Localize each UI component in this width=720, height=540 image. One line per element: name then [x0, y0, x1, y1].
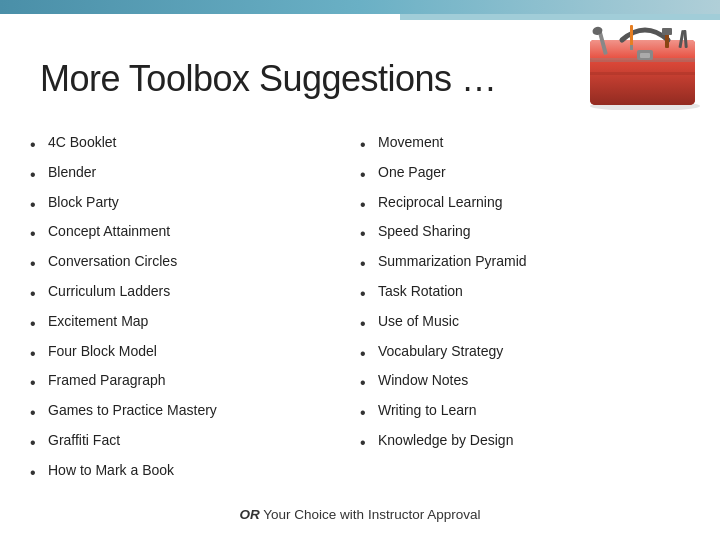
bullet-dot: •: [360, 342, 378, 367]
bullet-text: Use of Music: [378, 311, 690, 333]
bullet-text: Curriculum Ladders: [48, 281, 360, 303]
list-item: •Conversation Circles: [30, 249, 360, 279]
right-column: •Movement•One Pager•Reciprocal Learning•…: [360, 130, 690, 480]
bullet-dot: •: [30, 193, 48, 218]
bullet-dot: •: [360, 222, 378, 247]
list-item: •Vocabulary Strategy: [360, 339, 690, 369]
bullet-text: Movement: [378, 132, 690, 154]
list-item: •Curriculum Ladders: [30, 279, 360, 309]
svg-rect-12: [662, 28, 672, 35]
bullet-dot: •: [360, 431, 378, 456]
bullet-text: Knowledge by Design: [378, 430, 690, 452]
bullet-text: Writing to Learn: [378, 400, 690, 422]
bullet-dot: •: [30, 222, 48, 247]
bullet-text: Concept Attainment: [48, 221, 360, 243]
bullet-dot: •: [360, 371, 378, 396]
bullet-dot: •: [30, 371, 48, 396]
list-item: •Use of Music: [360, 309, 690, 339]
list-item: • Excitement Map: [30, 309, 360, 339]
page-title: More Toolbox Suggestions …: [40, 58, 497, 100]
list-item: •Writing to Learn: [360, 398, 690, 428]
bullet-dot: •: [360, 193, 378, 218]
bullet-text: Speed Sharing: [378, 221, 690, 243]
bullet-dot: •: [30, 461, 48, 486]
list-item: • Four Block Model: [30, 339, 360, 369]
bullet-dot: •: [30, 133, 48, 158]
list-item: •Blender: [30, 160, 360, 190]
list-item: •Knowledge by Design: [360, 428, 690, 458]
bullet-text: Blender: [48, 162, 360, 184]
bullet-text: Summarization Pyramid: [378, 251, 690, 273]
bullet-text: Task Rotation: [378, 281, 690, 303]
list-item: •Movement: [360, 130, 690, 160]
bullet-text: Window Notes: [378, 370, 690, 392]
bullet-dot: •: [30, 342, 48, 367]
bullet-text: Four Block Model: [48, 341, 360, 363]
svg-rect-9: [630, 25, 633, 47]
bullet-text: Reciprocal Learning: [378, 192, 690, 214]
bullet-text: Vocabulary Strategy: [378, 341, 690, 363]
list-item: •Summarization Pyramid: [360, 249, 690, 279]
bullet-text: How to Mark a Book: [48, 460, 360, 482]
bullet-dot: •: [360, 401, 378, 426]
bullet-dot: •: [360, 163, 378, 188]
footer-text: Your Choice with Instructor Approval: [260, 507, 481, 522]
bullet-dot: •: [360, 282, 378, 307]
footer-line: OR Your Choice with Instructor Approval: [30, 507, 690, 522]
list-item: •Games to Practice Mastery: [30, 398, 360, 428]
svg-rect-16: [590, 58, 695, 62]
bullet-dot: •: [30, 431, 48, 456]
list-item: •Framed Paragraph: [30, 368, 360, 398]
svg-rect-6: [640, 53, 650, 58]
list-item: •Reciprocal Learning: [360, 190, 690, 220]
list-item: •Graffiti Fact: [30, 428, 360, 458]
bullet-dot: •: [360, 252, 378, 277]
bullet-dot: •: [360, 133, 378, 158]
svg-rect-15: [590, 72, 695, 75]
bullet-dot: •: [30, 252, 48, 277]
bullet-dot: •: [30, 282, 48, 307]
bullet-text: Block Party: [48, 192, 360, 214]
list-item: • How to Mark a Book: [30, 458, 360, 488]
toolbox-image: [580, 10, 710, 110]
left-column: •4C Booklet•Blender•Block Party•Concept …: [30, 130, 360, 480]
bullet-dot: •: [30, 312, 48, 337]
list-item: •Block Party: [30, 190, 360, 220]
list-item: •Speed Sharing: [360, 219, 690, 249]
bullet-text: Conversation Circles: [48, 251, 360, 273]
list-item: •Concept Attainment: [30, 219, 360, 249]
bullet-dot: •: [30, 401, 48, 426]
list-item: •One Pager: [360, 160, 690, 190]
bullet-text: Excitement Map: [48, 311, 360, 333]
bullet-text: Framed Paragraph: [48, 370, 360, 392]
bullet-dot: •: [30, 163, 48, 188]
bullet-text: 4C Booklet: [48, 132, 360, 154]
bullet-dot: •: [360, 312, 378, 337]
content-area: •4C Booklet•Blender•Block Party•Concept …: [30, 130, 690, 480]
svg-rect-2: [590, 55, 695, 105]
list-item: •Task Rotation: [360, 279, 690, 309]
svg-rect-10: [630, 45, 633, 50]
bullet-text: One Pager: [378, 162, 690, 184]
bullet-text: Graffiti Fact: [48, 430, 360, 452]
list-item: •Window Notes: [360, 368, 690, 398]
bullet-text: Games to Practice Mastery: [48, 400, 360, 422]
list-item: •4C Booklet: [30, 130, 360, 160]
or-label: OR: [240, 507, 260, 522]
